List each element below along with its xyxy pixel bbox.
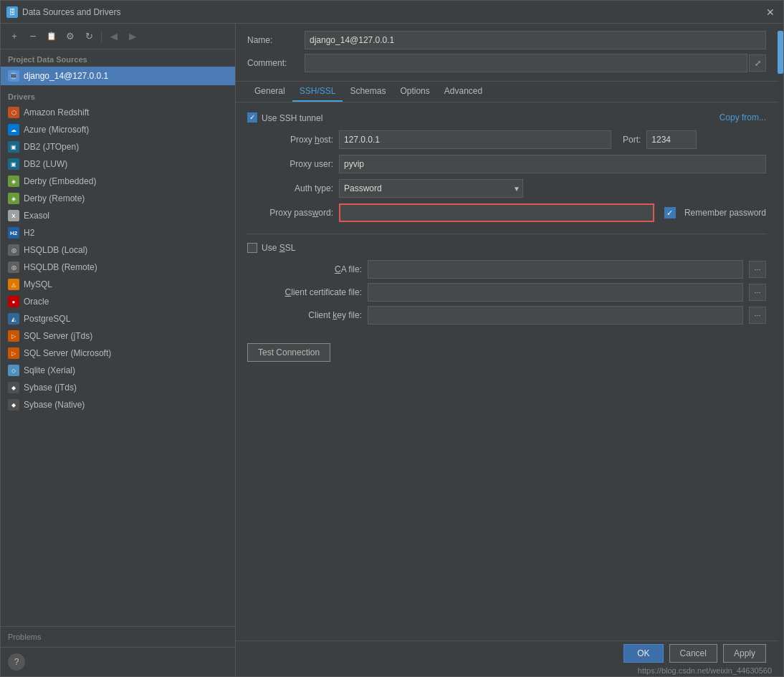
help-button[interactable]: ?	[8, 653, 25, 671]
sidebar: + − 📋 ⚙ ↻ ◀ ▶ Project Data Sources djang…	[1, 24, 236, 676]
close-button[interactable]: ✕	[763, 5, 778, 19]
svg-point-0	[10, 72, 17, 80]
section-divider	[247, 234, 766, 234]
driver-icon: ◆	[8, 382, 19, 393]
driver-item-hsqldb--remote-[interactable]: ◎HSQLDB (Remote)	[1, 259, 235, 276]
auth-type-label: Auth type:	[247, 183, 333, 193]
remove-datasource-button[interactable]: −	[25, 29, 41, 44]
driver-name: Sybase (jTds)	[24, 383, 77, 393]
use-ssl-row: Use SSL	[247, 243, 766, 253]
port-input[interactable]	[646, 130, 697, 149]
driver-icon: ◭	[8, 313, 19, 325]
driver-icon: ◆	[8, 399, 19, 410]
client-key-label: Client key file:	[247, 310, 362, 320]
sidebar-toolbar: + − 📋 ⚙ ↻ ◀ ▶	[1, 24, 235, 49]
add-datasource-button[interactable]: +	[6, 29, 22, 44]
test-connection-button[interactable]: Test Connection	[247, 343, 330, 362]
driver-icon: ◈	[8, 193, 19, 204]
drivers-list: ⬡Amazon Redshift☁Azure (Microsoft)▣DB2 (…	[1, 104, 235, 413]
refresh-button[interactable]: ↻	[81, 29, 97, 44]
client-cert-browse-button[interactable]: ···	[749, 284, 766, 301]
back-button: ◀	[106, 29, 122, 44]
name-label: Name:	[247, 35, 305, 45]
driver-name: Sqlite (Xerial)	[24, 365, 75, 375]
tab-options[interactable]: Options	[393, 82, 436, 102]
driver-name: SQL Server (jTds)	[24, 331, 92, 341]
driver-icon: ◎	[8, 244, 19, 256]
auth-type-select[interactable]: Password Key pair OpenSSH config and aut…	[339, 179, 523, 198]
remember-password-label: Remember password	[684, 208, 766, 218]
proxy-password-row: Proxy password: ✓ Remember password	[247, 203, 766, 222]
proxy-user-row: Proxy user:	[247, 155, 766, 173]
driver-item-exasol[interactable]: XExasol	[1, 207, 235, 224]
driver-name: Derby (Remote)	[24, 193, 85, 203]
ca-file-browse-button[interactable]: ···	[749, 261, 766, 278]
tab-general[interactable]: General	[247, 82, 292, 102]
proxy-host-label: Proxy host:	[247, 135, 333, 145]
copy-from-link[interactable]: Copy from...	[720, 112, 766, 123]
comment-label: Comment:	[247, 58, 305, 68]
driver-icon: ⬡	[8, 107, 19, 118]
driver-name: Exasol	[24, 211, 49, 221]
comment-expand-button[interactable]: ⤢	[749, 54, 766, 72]
cancel-button[interactable]: Cancel	[669, 644, 717, 663]
driver-item-derby--embedded-[interactable]: ◈Derby (Embedded)	[1, 173, 235, 190]
use-ssl-checkbox[interactable]	[247, 243, 257, 253]
name-input[interactable]	[305, 31, 766, 49]
driver-item-mysql[interactable]: ◬MySQL	[1, 276, 235, 293]
driver-item-db2--jtopen-[interactable]: ▣DB2 (JTOpen)	[1, 138, 235, 155]
driver-name: SQL Server (Microsoft)	[24, 348, 111, 358]
tab-sshssl[interactable]: SSH/SSL	[292, 82, 343, 102]
driver-item-h2[interactable]: H2H2	[1, 224, 235, 241]
duplicate-datasource-button[interactable]: 📋	[44, 29, 59, 44]
use-ssh-label: Use SSH tunnel	[262, 111, 323, 123]
driver-item-sybase--jtds-[interactable]: ◆Sybase (jTds)	[1, 379, 235, 396]
comment-input[interactable]	[305, 54, 747, 72]
drivers-section: Drivers ⬡Amazon Redshift☁Azure (Microsof…	[1, 85, 235, 626]
ca-file-row: CA file: ···	[247, 260, 766, 279]
right-scrollbar[interactable]	[778, 24, 783, 676]
driver-item-sqlite--xerial-[interactable]: ◇Sqlite (Xerial)	[1, 362, 235, 379]
client-key-input[interactable]	[368, 306, 743, 325]
client-cert-input[interactable]	[368, 283, 743, 302]
driver-icon: ◈	[8, 176, 19, 187]
driver-item-sql-server--microsoft-[interactable]: ▷SQL Server (Microsoft)	[1, 345, 235, 362]
tab-advanced[interactable]: Advanced	[437, 82, 489, 102]
ca-file-input[interactable]	[368, 260, 743, 279]
datasource-item-django[interactable]: django_14@127.0.0.1	[1, 67, 235, 85]
toolbar-separator	[101, 31, 102, 42]
driver-item-sql-server--jtds-[interactable]: ▷SQL Server (jTds)	[1, 327, 235, 345]
driver-item-derby--remote-[interactable]: ◈Derby (Remote)	[1, 190, 235, 207]
driver-item-amazon-redshift[interactable]: ⬡Amazon Redshift	[1, 104, 235, 121]
use-ssh-checkbox[interactable]: ✓	[247, 112, 257, 123]
ok-button[interactable]: OK	[623, 644, 663, 663]
apply-button[interactable]: Apply	[723, 644, 766, 663]
settings-button[interactable]: ⚙	[62, 29, 78, 44]
proxy-host-input[interactable]	[339, 130, 611, 149]
remember-password-checkbox[interactable]: ✓	[664, 207, 676, 219]
remember-password-checkmark: ✓	[666, 208, 673, 218]
driver-item-sybase--native-[interactable]: ◆Sybase (Native)	[1, 396, 235, 413]
proxy-user-input[interactable]	[339, 155, 766, 173]
comment-row: Comment: ⤢	[247, 54, 766, 72]
project-datasources-label: Project Data Sources	[1, 49, 235, 67]
client-cert-row: Client certificate file: ···	[247, 283, 766, 302]
tab-content: ✓ Use SSH tunnel Copy from... Proxy host…	[236, 102, 778, 640]
use-ssh-row: ✓ Use SSH tunnel Copy from...	[247, 111, 766, 123]
tab-schemas[interactable]: Schemas	[343, 82, 393, 102]
client-key-browse-button[interactable]: ···	[749, 307, 766, 324]
bottom-buttons: OK Cancel Apply	[623, 644, 766, 663]
driver-name: MySQL	[24, 279, 52, 289]
driver-item-oracle[interactable]: ●Oracle	[1, 293, 235, 310]
driver-item-db2--luw-[interactable]: ▣DB2 (LUW)	[1, 155, 235, 173]
driver-item-hsqldb--local-[interactable]: ◎HSQLDB (Local)	[1, 241, 235, 259]
proxy-host-row: Proxy host: Port:	[247, 130, 766, 149]
bottom-bar: OK Cancel Apply https://blog.csdn.net/we…	[236, 640, 778, 676]
driver-name: Azure (Microsoft)	[24, 125, 89, 135]
proxy-password-input[interactable]	[339, 203, 654, 222]
main-content: + − 📋 ⚙ ↻ ◀ ▶ Project Data Sources djang…	[1, 24, 783, 676]
driver-item-azure--microsoft-[interactable]: ☁Azure (Microsoft)	[1, 121, 235, 138]
proxy-user-label: Proxy user:	[247, 159, 333, 169]
driver-item-postgresql[interactable]: ◭PostgreSQL	[1, 310, 235, 327]
driver-name: Sybase (Native)	[24, 400, 85, 410]
